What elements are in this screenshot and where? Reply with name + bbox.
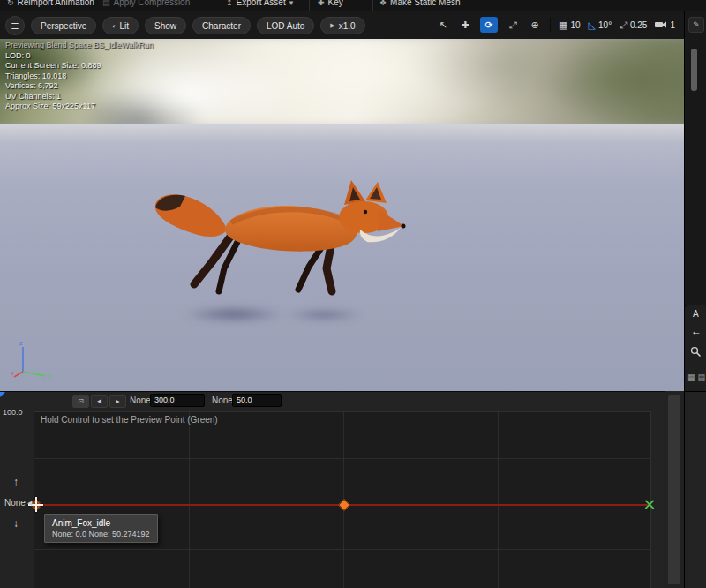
reimport-icon: ↻	[7, 0, 14, 7]
axis-max-value: 100.0	[3, 408, 23, 417]
sample-marker[interactable]	[338, 499, 350, 511]
asset-toolbar: ↻ Reimport Animation ▤ Apply Compression…	[0, 0, 706, 12]
vertical-scrollbar-thumb[interactable]	[691, 49, 697, 91]
toolbar-separator	[309, 0, 310, 11]
viewport-axis-gizmo: z y x	[11, 338, 56, 379]
toolbar-separator	[372, 0, 373, 11]
show-dropdown[interactable]: Show	[145, 17, 186, 34]
key-label: Key	[328, 0, 343, 7]
labels-icon: ◄	[96, 397, 103, 405]
sample-tooltip: Anim_Fox_idle None: 0.0 None: 50.274192	[44, 514, 158, 543]
list-view-icon[interactable]: ▤	[698, 373, 706, 381]
lit-icon: ◐	[112, 23, 116, 29]
y-axis-label: None ◀	[4, 498, 32, 508]
stats-previewing: Previewing Blend Space BS_IdleWalkRun	[5, 41, 154, 51]
lit-label: Lit	[119, 21, 129, 31]
back-arrow-icon[interactable]: ←	[691, 325, 702, 337]
axis-pointer-icon: ◀	[27, 500, 32, 507]
bottom-right-gutter	[665, 391, 684, 588]
reimport-label: Reimport Animation	[18, 0, 94, 7]
lit-dropdown[interactable]: ◐ Lit	[102, 17, 139, 34]
show-labels-button[interactable]: ◄	[91, 395, 108, 408]
search-icon[interactable]	[690, 346, 702, 358]
make-static-mesh-label: Make Static Mesh	[390, 0, 460, 7]
select-tool-icon[interactable]: ↖	[436, 19, 450, 31]
export-asset-button[interactable]: ↥ Export Asset ▾	[226, 0, 293, 7]
panel-resize-corner[interactable]	[0, 392, 5, 397]
animation-editor-window: ↻ Reimport Animation ▤ Apply Compression…	[0, 0, 706, 588]
viewport-stats-overlay: Previewing Blend Space BS_IdleWalkRun LO…	[5, 41, 154, 112]
gridline	[498, 412, 499, 588]
stats-vertices: Vertices: 6,792	[5, 81, 154, 92]
scale-snap-control[interactable]: ⤢ 0.25	[620, 19, 647, 31]
param-y-value-input[interactable]: 50.0	[232, 394, 282, 407]
camera-speed-value: 1	[670, 20, 675, 30]
gizmo-y-label: y	[49, 373, 52, 379]
stats-approx-size: Approx Size: 59x225x117	[5, 102, 154, 112]
show-label: Show	[154, 21, 176, 31]
viewport-3d-scene[interactable]: Previewing Blend Space BS_IdleWalkRun LO…	[0, 39, 684, 391]
move-tool-icon[interactable]: ✚	[458, 19, 472, 31]
toolbar-separator	[550, 18, 551, 32]
param-y-label: None	[212, 396, 233, 405]
scale-snap-value: 0.25	[630, 20, 647, 30]
stats-uv-channels: UV Channels: 1	[5, 92, 154, 102]
angle-snap-value: 10°	[598, 20, 612, 30]
play-icon: ▶	[330, 22, 334, 29]
export-icon: ↥	[226, 0, 233, 7]
param-x-label: None	[130, 396, 151, 405]
rotation-snap-control[interactable]: ◺ 10°	[589, 19, 612, 31]
compression-icon: ▤	[102, 0, 110, 7]
axis-down-arrow[interactable]: ↓	[13, 517, 19, 530]
param-x-value-input[interactable]: 300.0	[150, 394, 205, 407]
lod-dropdown[interactable]: LOD Auto	[257, 17, 314, 34]
vertical-scrollbar-track[interactable]	[668, 395, 680, 584]
blendspace-editor-panel: ⊡ ◄ ▸ None 300.0 None 50.0 100.0 Hold Co…	[0, 391, 665, 588]
viewport-menu-button[interactable]: ☰	[5, 16, 25, 35]
apply-compression-label: Apply Compression	[114, 0, 191, 7]
gizmo-z-label: z	[19, 340, 23, 346]
preview-point-marker[interactable]	[643, 499, 655, 510]
gridline	[34, 549, 650, 550]
panel-tab-icons: ▦ ▤	[687, 373, 705, 381]
hamburger-icon: ☰	[11, 21, 19, 31]
stats-screen-size: Current Screen Size: 0.889	[5, 61, 154, 72]
gridline	[189, 412, 190, 588]
stats-lod: LOD: 0	[5, 51, 154, 62]
camera-speed-control[interactable]: 1	[655, 20, 675, 30]
gizmo-x-label: x	[11, 370, 14, 376]
scale-tool-icon[interactable]: ⤢	[506, 19, 520, 31]
grid-snap-control[interactable]: ▦ 10	[559, 19, 581, 31]
axis-up-arrow[interactable]: ↑	[13, 476, 19, 488]
character-label: Character	[202, 21, 241, 31]
play-speed-button[interactable]: ▶ x1.0	[320, 17, 364, 34]
edit-icon: ✎	[693, 20, 700, 29]
preview-point-hint: Hold Control to set the Preview Point (G…	[41, 415, 218, 425]
tooltip-title: Anim_Fox_idle	[52, 518, 150, 528]
reimport-animation-button[interactable]: ↻ Reimport Animation	[7, 0, 94, 7]
key-button[interactable]: ✚ Key	[318, 0, 343, 7]
camera-icon	[655, 20, 667, 29]
fit-view-button[interactable]: ⊡	[72, 395, 89, 408]
viewport-options-button[interactable]: ✎	[688, 17, 704, 33]
fox-model[interactable]	[143, 178, 408, 311]
panel-header: A	[693, 309, 699, 319]
perspective-dropdown[interactable]: Perspective	[31, 17, 96, 34]
grid-view-icon[interactable]: ▦	[687, 373, 695, 381]
rotate-tool-icon[interactable]: ⟳	[480, 17, 498, 33]
character-dropdown[interactable]: Character	[192, 17, 251, 34]
apply-compression-button[interactable]: ▤ Apply Compression	[102, 0, 190, 7]
right-sidebar: ✎ A ← ▦ ▤	[684, 11, 706, 588]
gridline	[34, 458, 650, 459]
scale-snap-icon: ⤢	[620, 19, 627, 31]
show-samples-button[interactable]: ▸	[109, 395, 126, 408]
blendspace-grid[interactable]: Hold Control to set the Preview Point (G…	[34, 411, 651, 588]
grid-snap-icon: ▦	[559, 19, 567, 31]
fit-icon: ⊡	[78, 397, 84, 405]
make-static-mesh-button[interactable]: ❖ Make Static Mesh	[379, 0, 461, 7]
plus-icon: ✚	[318, 0, 325, 7]
grid-snap-value: 10	[570, 20, 580, 30]
world-space-toggle-icon[interactable]: ⊕	[528, 19, 542, 31]
lod-label: LOD Auto	[267, 21, 304, 31]
asset-browser-collapsed-panel: A ← ▦ ▤	[685, 305, 706, 392]
